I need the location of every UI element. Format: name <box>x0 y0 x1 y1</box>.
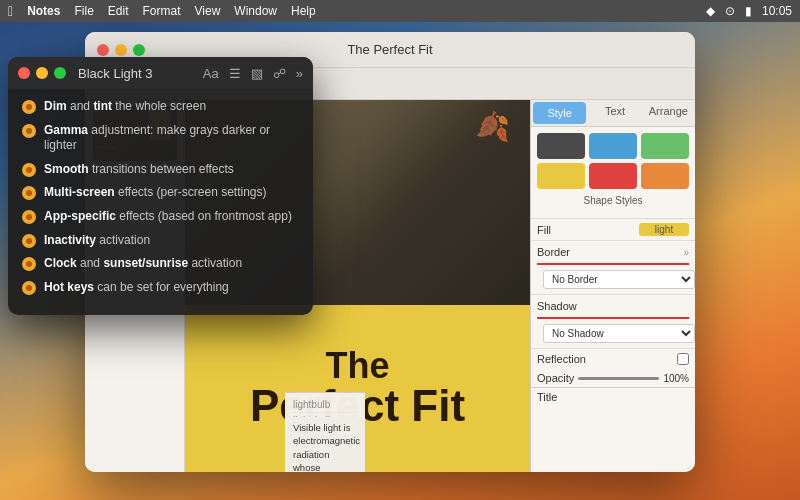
bl3-dot-5 <box>22 210 36 224</box>
menu-format[interactable]: Format <box>143 4 181 18</box>
format-panel: Style Text Arrange Shape Styles <box>530 100 695 472</box>
minimize-button[interactable] <box>115 44 127 56</box>
desktop-background: The Perfect Fit ‹ › 125% ⛶ ◀ ▶ ThePerfec… <box>0 22 800 500</box>
shadow-label-row: Shadow <box>537 298 689 314</box>
menu-battery-icon: ▮ <box>745 4 752 18</box>
swatch-green[interactable] <box>641 133 689 159</box>
menu-view[interactable]: View <box>195 4 221 18</box>
bl3-minimize-button[interactable] <box>36 67 48 79</box>
swatch-orange[interactable] <box>641 163 689 189</box>
bl3-dot-2 <box>22 124 36 138</box>
border-red-line <box>537 263 689 265</box>
fill-label: Fill <box>537 224 551 236</box>
border-expand-icon: » <box>683 247 689 258</box>
menubar-left:  Notes File Edit Format View Window Hel… <box>8 3 316 19</box>
menu-edit[interactable]: Edit <box>108 4 129 18</box>
fullscreen-button[interactable] <box>133 44 145 56</box>
bl3-more-icon[interactable]: » <box>296 66 303 81</box>
bl3-text-2: Gamma adjustment: make grays darker or l… <box>44 123 299 154</box>
bl3-toolbar: Aa ☰ ▧ ☍ » <box>203 66 303 81</box>
opacity-value: 100% <box>663 373 689 384</box>
menu-window[interactable]: Window <box>234 4 277 18</box>
bl3-text-4: Multi-screen effects (per-screen setting… <box>44 185 267 201</box>
border-label-row: Border » <box>537 244 689 260</box>
bl3-dot-7 <box>22 257 36 271</box>
bl3-text-3: Smooth transitions between effects <box>44 162 234 178</box>
bl3-text-1: Dim and tint the whole screen <box>44 99 206 115</box>
bl3-traffic-lights <box>18 67 66 79</box>
shape-styles-section: Shape Styles <box>531 127 695 218</box>
bl3-dot-4 <box>22 186 36 200</box>
swatch-yellow[interactable] <box>537 163 585 189</box>
opacity-label: Opacity <box>537 372 574 384</box>
bl3-item-4: Multi-screen effects (per-screen setting… <box>22 185 299 201</box>
style-swatches-grid <box>537 133 689 189</box>
bl3-text-6: Inactivity activation <box>44 233 150 249</box>
fill-row: Fill light <box>531 218 695 240</box>
bl3-close-button[interactable] <box>18 67 30 79</box>
tab-style[interactable]: Style <box>533 102 586 124</box>
close-button[interactable] <box>97 44 109 56</box>
window-title: The Perfect Fit <box>347 42 432 57</box>
border-label: Border <box>537 246 570 258</box>
menubar-right: ◆ ⊙ ▮ 10:05 <box>706 4 792 18</box>
bl3-dot-3 <box>22 163 36 177</box>
reflection-row: Reflection <box>531 348 695 369</box>
bl3-titlebar: Black Light 3 Aa ☰ ▧ ☍ » <box>8 57 313 89</box>
bl3-item-6: Inactivity activation <box>22 233 299 249</box>
bl3-font-icon[interactable]: Aa <box>203 66 219 81</box>
swatch-blue[interactable] <box>589 133 637 159</box>
menu-help[interactable]: Help <box>291 4 316 18</box>
shadow-red-line <box>537 317 689 319</box>
menu-file[interactable]: File <box>74 4 93 18</box>
menu-time: 10:05 <box>762 4 792 18</box>
shadow-section: Shadow No Shadow <box>531 294 695 348</box>
bl3-link-icon[interactable]: ☍ <box>273 66 286 81</box>
title-the: The <box>325 348 389 384</box>
opacity-slider[interactable] <box>578 377 659 380</box>
search-result-1[interactable]: lightbulb <box>293 397 357 413</box>
apple-menu[interactable]:  <box>8 3 13 19</box>
shadow-select[interactable]: No Shadow <box>543 324 695 343</box>
bl3-table-icon[interactable]: ▧ <box>251 66 263 81</box>
bl3-list-icon[interactable]: ☰ <box>229 66 241 81</box>
panel-tabs: Style Text Arrange <box>531 100 695 127</box>
border-select[interactable]: No Border <box>543 270 695 289</box>
bl3-fullscreen-button[interactable] <box>54 67 66 79</box>
bl3-item-1: Dim and tint the whole screen <box>22 99 299 115</box>
bl3-window: Black Light 3 Aa ☰ ▧ ☍ » Dim and tint th… <box>8 57 313 315</box>
opacity-row: Opacity 100% <box>531 369 695 387</box>
title-label: Title <box>537 391 557 403</box>
menubar:  Notes File Edit Format View Window Hel… <box>0 0 800 22</box>
bottom-text-panel: lightbulb light-bulb mom... light chain … <box>285 392 365 472</box>
shadow-label: Shadow <box>537 300 577 312</box>
bl3-item-5: App-specific effects (based on frontmost… <box>22 209 299 225</box>
swatch-dark[interactable] <box>537 133 585 159</box>
tab-text[interactable]: Text <box>588 100 641 126</box>
fill-value[interactable]: light <box>639 223 689 236</box>
app-name[interactable]: Notes <box>27 4 60 18</box>
bl3-dot-6 <box>22 234 36 248</box>
definition-text: Visible light is electromagnetic radiati… <box>285 417 365 472</box>
bl3-text-8: Hot keys can be set for everything <box>44 280 229 296</box>
bl3-item-8: Hot keys can be set for everything <box>22 280 299 296</box>
bl3-dot-1 <box>22 100 36 114</box>
leaf-decoration: 🍂 <box>475 110 510 143</box>
menu-bt-icon: ◆ <box>706 4 715 18</box>
bl3-text-5: App-specific effects (based on frontmost… <box>44 209 292 225</box>
bl3-item-7: Clock and sunset/sunrise activation <box>22 256 299 272</box>
bl3-item-3: Smooth transitions between effects <box>22 162 299 178</box>
border-section: Border » No Border <box>531 240 695 294</box>
reflection-checkbox[interactable] <box>677 353 689 365</box>
bl3-text-7: Clock and sunset/sunrise activation <box>44 256 242 272</box>
traffic-lights <box>97 44 145 56</box>
bl3-item-2: Gamma adjustment: make grays darker or l… <box>22 123 299 154</box>
title-section: Title <box>531 387 695 406</box>
shape-styles-label: Shape Styles <box>537 195 689 206</box>
bl3-content: Dim and tint the whole screen Gamma adju… <box>8 89 313 315</box>
reflection-label: Reflection <box>537 353 586 365</box>
bl3-title: Black Light 3 <box>78 66 152 81</box>
bl3-dot-8 <box>22 281 36 295</box>
tab-arrange[interactable]: Arrange <box>642 100 695 126</box>
swatch-red[interactable] <box>589 163 637 189</box>
